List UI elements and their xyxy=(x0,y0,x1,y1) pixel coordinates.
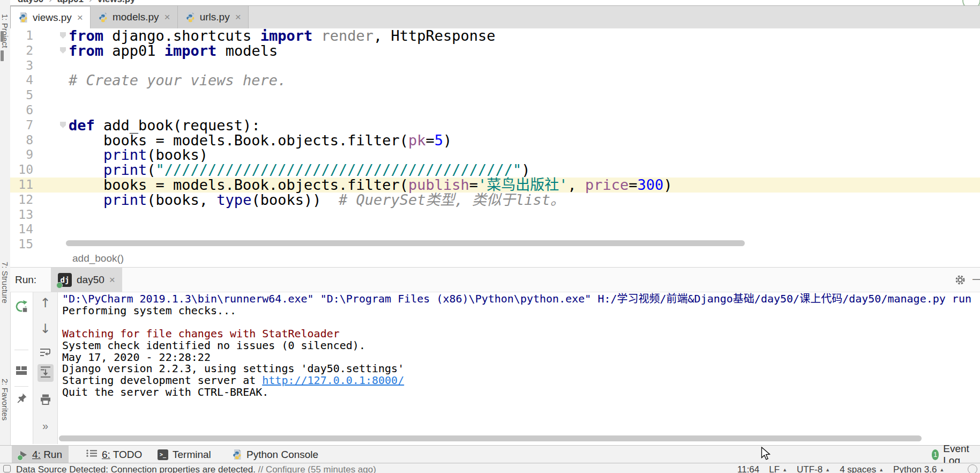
line-number[interactable]: 5 xyxy=(10,88,33,103)
event-count-badge: 1 xyxy=(932,449,939,460)
code-text: books = models.Book.objects.filter(publi… xyxy=(69,178,672,193)
tab-models-py[interactable]: models.py × xyxy=(91,6,178,28)
hide-icon[interactable]: — xyxy=(972,272,980,286)
code-line[interactable]: 8 books = models.Book.objects.filter(pk=… xyxy=(10,133,980,148)
code-line[interactable]: 5 xyxy=(10,88,980,103)
line-number[interactable]: 15 xyxy=(10,237,33,250)
caret-position[interactable]: 11:64 xyxy=(737,464,759,473)
code-line[interactable]: 6 xyxy=(10,103,980,118)
encoding-selector[interactable]: UTF-8▲ xyxy=(797,464,830,473)
code-line[interactable]: 14 xyxy=(10,222,980,237)
code-text: print("/////////////////////////////////… xyxy=(69,162,530,178)
line-number[interactable]: 8 xyxy=(10,133,33,148)
console-line: Performing system checks... xyxy=(62,305,980,317)
line-number[interactable]: 1 xyxy=(10,28,33,43)
scroll-to-end-icon[interactable] xyxy=(38,364,54,382)
pycharm-window: 1: Project 7: Structure 2: Favorites day… xyxy=(0,0,980,473)
run-console[interactable]: "D:\PyCharm 2019.1.3\bin\runnerw64.exe" … xyxy=(58,292,980,434)
code-line[interactable]: 13 xyxy=(10,208,980,223)
close-icon[interactable]: × xyxy=(235,11,241,23)
indent-selector[interactable]: 4 spaces▲ xyxy=(840,464,884,473)
line-number[interactable]: 6 xyxy=(10,103,33,118)
fold-column xyxy=(33,28,69,43)
breadcrumb-item[interactable]: views.py xyxy=(98,0,136,4)
breadcrumb-item[interactable]: day50 xyxy=(18,0,43,4)
rerun-icon[interactable] xyxy=(14,299,29,316)
breadcrumb-separator-icon: › xyxy=(49,0,52,4)
code-editor[interactable]: 1from django.shortcuts import render, Ht… xyxy=(10,28,980,250)
console-line xyxy=(62,316,980,328)
terminal-icon: >_ xyxy=(158,449,168,460)
print-icon[interactable] xyxy=(39,393,52,408)
line-number[interactable]: 11 xyxy=(10,178,33,193)
toolwindow-python-console-label: Python Console xyxy=(246,449,318,461)
line-number[interactable]: 4 xyxy=(10,73,33,88)
run-config-tab[interactable]: dj day50 × xyxy=(51,268,122,292)
line-number[interactable]: 7 xyxy=(10,118,33,133)
close-icon[interactable]: × xyxy=(109,274,115,286)
tab-views-py[interactable]: views.py × xyxy=(10,6,91,28)
fold-column xyxy=(33,222,69,237)
code-line[interactable]: 10 print("//////////////////////////////… xyxy=(10,162,980,178)
code-line[interactable]: 4# Create your views here. xyxy=(10,73,980,88)
code-line[interactable]: 3 xyxy=(10,58,980,73)
line-number[interactable]: 13 xyxy=(10,208,33,223)
python-file-icon xyxy=(185,12,196,23)
run-play-icon xyxy=(18,450,28,460)
line-number[interactable]: 12 xyxy=(10,193,33,208)
gear-icon[interactable] xyxy=(954,274,966,288)
close-icon[interactable]: × xyxy=(77,12,83,24)
code-text: print(books) xyxy=(69,147,208,162)
down-arrow-icon[interactable]: ↓ xyxy=(40,322,50,335)
console-line: System check identified no issues (0 sil… xyxy=(62,340,980,352)
up-triangle-icon: ▲ xyxy=(782,467,787,472)
configure-link[interactable]: // Configure (55 minutes ago) xyxy=(258,464,376,473)
toolwindow-run[interactable]: 4: Run xyxy=(12,446,69,463)
console-horizontal-scrollbar[interactable] xyxy=(59,435,922,441)
up-triangle-icon: ▲ xyxy=(879,467,884,472)
up-arrow-icon[interactable]: ↑ xyxy=(40,297,50,309)
toolwindow-switcher-icon[interactable] xyxy=(3,465,11,472)
sidebar-item-favorites[interactable]: 2: Favorites xyxy=(1,379,10,420)
interpreter-selector[interactable]: Python 3.6▲ xyxy=(893,464,944,473)
code-line[interactable]: 7def add_book(request): xyxy=(10,118,980,133)
toolwindow-todo[interactable]: 6: TODO xyxy=(79,446,148,463)
code-line[interactable]: 2from app01 import models xyxy=(10,43,980,58)
soft-wrap-icon[interactable] xyxy=(39,347,53,360)
fold-marker-icon[interactable] xyxy=(60,32,66,39)
up-triangle-icon: ▲ xyxy=(825,467,830,472)
tab-urls-py[interactable]: urls.py × xyxy=(178,6,249,28)
event-log[interactable]: 1 Event Log xyxy=(925,446,980,463)
code-line[interactable]: 9 print(books) xyxy=(10,147,980,162)
pin-icon[interactable] xyxy=(15,392,28,407)
code-line[interactable]: 1from django.shortcuts import render, Ht… xyxy=(10,28,980,43)
line-number[interactable]: 2 xyxy=(10,43,33,58)
code-text: from django.shortcuts import render, Htt… xyxy=(69,28,496,43)
line-number[interactable]: 14 xyxy=(10,222,33,237)
method-breadcrumb[interactable]: add_book() xyxy=(72,253,124,264)
line-number[interactable]: 9 xyxy=(10,147,33,162)
server-url-link[interactable]: http://127.0.0.1:8000/ xyxy=(262,374,404,387)
code-line[interactable]: 11 books = models.Book.objects.filter(pu… xyxy=(10,178,980,193)
breadcrumb-item[interactable]: app01 xyxy=(57,0,84,4)
run-toolbar xyxy=(10,292,33,444)
line-number[interactable]: 3 xyxy=(10,58,33,73)
editor-horizontal-scrollbar[interactable] xyxy=(66,240,745,246)
code-line[interactable]: 12 print(books, type(books)) # QuerySet类… xyxy=(10,193,980,208)
fold-marker-icon[interactable] xyxy=(60,47,66,54)
breadcrumb-separator-icon: › xyxy=(89,0,92,4)
fold-column xyxy=(33,73,69,88)
sidebar-item-structure[interactable]: 7: Structure xyxy=(1,262,10,304)
run-panel-header: Run: dj day50 × — xyxy=(10,267,980,292)
status-message[interactable]: Data Source Detected: Connection propert… xyxy=(16,464,376,473)
console-line: "D:\PyCharm 2019.1.3\bin\runnerw64.exe" … xyxy=(62,293,980,305)
running-dot-icon xyxy=(17,455,23,461)
more-icon[interactable]: » xyxy=(42,420,48,432)
line-ending-selector[interactable]: LF▲ xyxy=(769,464,787,473)
toolwindow-python-console[interactable]: Python Console xyxy=(225,446,325,463)
fold-marker-icon[interactable] xyxy=(60,122,66,128)
line-number[interactable]: 10 xyxy=(10,162,33,178)
close-icon[interactable]: × xyxy=(164,11,170,23)
toolwindow-terminal[interactable]: >_ Terminal xyxy=(151,446,218,463)
layout-icon[interactable] xyxy=(15,365,28,379)
